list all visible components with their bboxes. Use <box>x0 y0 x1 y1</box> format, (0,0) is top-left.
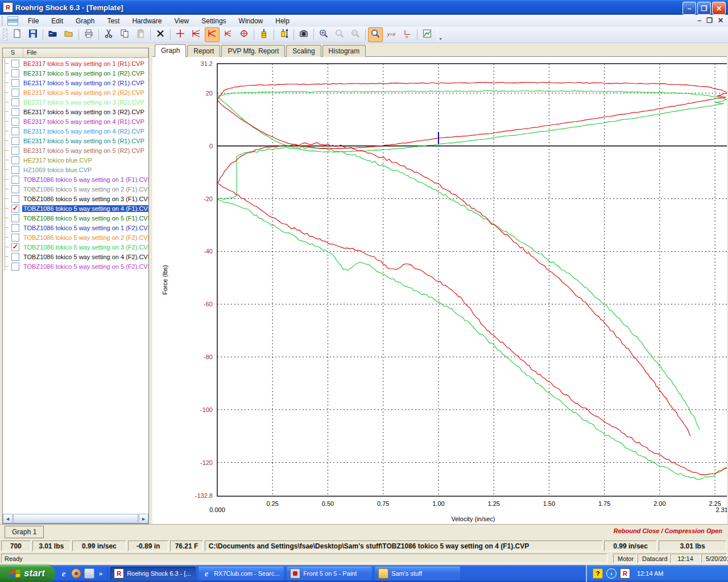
file-row[interactable]: TOBZ1086 tokico 5 way setting on 1 (F2).… <box>3 223 148 232</box>
roehrig-tray-icon[interactable]: R <box>620 568 630 579</box>
menu-graph[interactable]: Graph <box>69 16 101 26</box>
file-checkbox[interactable] <box>11 214 19 222</box>
tab-graph[interactable]: Graph <box>155 44 186 57</box>
file-row[interactable]: TOBZ1086 tokico 5 way setting on 2 (F2).… <box>3 232 148 242</box>
open-template-button[interactable] <box>46 27 60 42</box>
file-checkbox[interactable] <box>11 166 19 174</box>
start-button[interactable]: start <box>0 565 55 582</box>
scroll-left-button[interactable]: ◄ <box>3 514 13 523</box>
file-row[interactable]: BE2317 tokico 5 way setting on 2 (R1).CV… <box>3 78 148 88</box>
menu-hardware[interactable]: Hardware <box>126 16 168 26</box>
file-row[interactable]: TOBZ1086 tokico 5 way setting on 5 (F2).… <box>3 261 148 271</box>
file-checkbox[interactable] <box>11 127 19 135</box>
delete-button[interactable] <box>153 27 168 42</box>
file-row[interactable]: TOBZ1086 tokico 5 way setting on 3 (F1).… <box>3 194 148 203</box>
file-row[interactable]: HZ1069 tokico blue.CVP <box>3 165 148 174</box>
export-button[interactable] <box>420 27 435 42</box>
y-equals-button[interactable]: y=x <box>384 27 399 42</box>
file-checkbox[interactable] <box>11 79 19 87</box>
file-checkbox[interactable] <box>11 108 19 116</box>
cut-button[interactable] <box>101 27 116 42</box>
file-row[interactable]: BE2317 tokico 5 way setting on 1 (R2).CV… <box>3 68 148 78</box>
graph-fan-left-button[interactable] <box>221 27 235 42</box>
restore-button[interactable]: ❐ <box>697 2 711 15</box>
file-row[interactable]: BE2317 tokico 5 way setting on 4 (R2).CV… <box>3 126 148 136</box>
file-row[interactable]: BE2317 tokico 5 way setting on 1 (R1).CV… <box>3 59 148 68</box>
quick-launch-ie-icon[interactable]: e <box>59 569 68 578</box>
copy-button[interactable] <box>117 27 132 42</box>
file-checkbox[interactable] <box>11 253 19 261</box>
file-checkbox[interactable] <box>11 137 19 145</box>
file-row[interactable]: BE2317 tokico 5 way setting on 4 (R1).CV… <box>3 117 148 126</box>
menu-window[interactable]: Window <box>233 16 270 26</box>
graph-fan-button[interactable] <box>189 27 204 42</box>
zoom-active-button[interactable] <box>368 27 383 42</box>
shock-button[interactable] <box>257 27 271 42</box>
column-header-s[interactable]: S <box>3 48 23 58</box>
template-icon[interactable] <box>7 16 18 26</box>
toolbar-overflow-icon[interactable]: ▾ <box>437 28 443 41</box>
file-checkbox[interactable] <box>11 195 19 203</box>
file-row[interactable]: BE2317 tokico 5 way setting on 2 (R2).CV… <box>3 88 148 97</box>
paste-button[interactable] <box>133 27 148 42</box>
file-checkbox[interactable] <box>11 98 19 106</box>
menu-test[interactable]: Test <box>101 16 126 26</box>
menu-view[interactable]: View <box>168 16 195 26</box>
task-button[interactable]: Sam's stuff <box>375 567 460 580</box>
scrollbar-thumb[interactable] <box>13 514 138 523</box>
menu-file[interactable]: File <box>22 16 45 26</box>
file-row[interactable]: ✓TOBZ1086 tokico 5 way setting on 3 (F2)… <box>3 242 148 252</box>
print-button[interactable] <box>81 27 96 42</box>
menu-edit[interactable]: Edit <box>45 16 69 26</box>
file-checkbox[interactable] <box>11 60 19 68</box>
close-button[interactable]: ✕ <box>712 2 726 15</box>
drag-handle-icon[interactable] <box>3 28 7 41</box>
save-button[interactable] <box>26 27 40 42</box>
zoom-out-button[interactable] <box>332 27 347 42</box>
file-row[interactable]: HE2317 tokico blue.CVP <box>3 155 148 165</box>
file-row[interactable]: BE2317 tokico 5 way setting on 3 (R2).CV… <box>3 107 148 117</box>
file-checkbox[interactable] <box>11 185 19 193</box>
tab-histogram[interactable]: Histogram <box>322 45 366 57</box>
zoom-window-button[interactable] <box>348 27 363 42</box>
task-button[interactable]: eRX7Club.com - Searc... <box>198 567 284 580</box>
tab-pvp-mfg-report[interactable]: PVP Mfg. Report <box>221 45 285 57</box>
shock-stroke-button[interactable] <box>276 27 291 42</box>
file-checkbox[interactable] <box>11 224 19 232</box>
camera-button[interactable] <box>296 27 311 42</box>
file-checkbox[interactable] <box>11 147 19 155</box>
open-button[interactable] <box>61 27 76 42</box>
tab-report[interactable]: Report <box>187 45 220 57</box>
graph-fan-active-button[interactable] <box>205 27 220 42</box>
scroll-right-button[interactable]: ► <box>139 514 148 523</box>
file-row[interactable]: TOBZ1086 tokico 5 way setting on 4 (F2).… <box>3 252 148 261</box>
file-row[interactable]: BE2317 tokico 5 way setting on 5 (R2).CV… <box>3 146 148 155</box>
new-button[interactable] <box>10 27 24 42</box>
file-checkbox[interactable]: ✓ <box>11 243 19 251</box>
file-row[interactable]: ✓TOBZ1086 tokico 5 way setting on 4 (F1)… <box>3 203 148 213</box>
file-row[interactable]: BE2317 tokico 5 way setting on 3 (R1).CV… <box>3 97 148 107</box>
column-header-file[interactable]: File <box>23 48 148 58</box>
file-row[interactable]: BE2317 tokico 5 way setting on 5 (R1).CV… <box>3 136 148 146</box>
task-button[interactable]: Front 5 on 5 - Paint <box>287 567 372 580</box>
file-checkbox[interactable] <box>11 234 19 242</box>
tab-graph-1[interactable]: Graph 1 <box>5 526 44 538</box>
help-tray-icon[interactable]: ? <box>593 568 603 579</box>
file-checkbox[interactable] <box>11 118 19 126</box>
minimize-button[interactable]: – <box>682 2 696 15</box>
quick-launch-firefox-icon[interactable] <box>72 569 81 578</box>
task-button[interactable]: RRoehrig Shock 6.3 - [... <box>110 567 196 580</box>
file-checkbox[interactable] <box>11 69 19 77</box>
file-row[interactable]: TOBZ1086 tokico 5 way setting on 1 (F1).… <box>3 174 148 184</box>
zoom-in-button[interactable] <box>316 27 331 42</box>
mdi-restore-button[interactable]: ❐ <box>706 16 713 25</box>
menu-help[interactable]: Help <box>269 16 296 26</box>
menu-settings[interactable]: Settings <box>195 16 232 26</box>
collapse-tray-icon[interactable]: ‹ <box>606 568 617 579</box>
quick-launch-overflow-icon[interactable]: » <box>99 570 102 577</box>
graph-circle-button[interactable] <box>237 27 251 42</box>
menu-grip[interactable] <box>2 16 6 26</box>
mdi-minimize-button[interactable]: – <box>697 16 701 25</box>
file-checkbox[interactable] <box>11 263 19 271</box>
file-row[interactable]: TOBZ1086 tokico 5 way setting on 5 (F1).… <box>3 213 148 223</box>
